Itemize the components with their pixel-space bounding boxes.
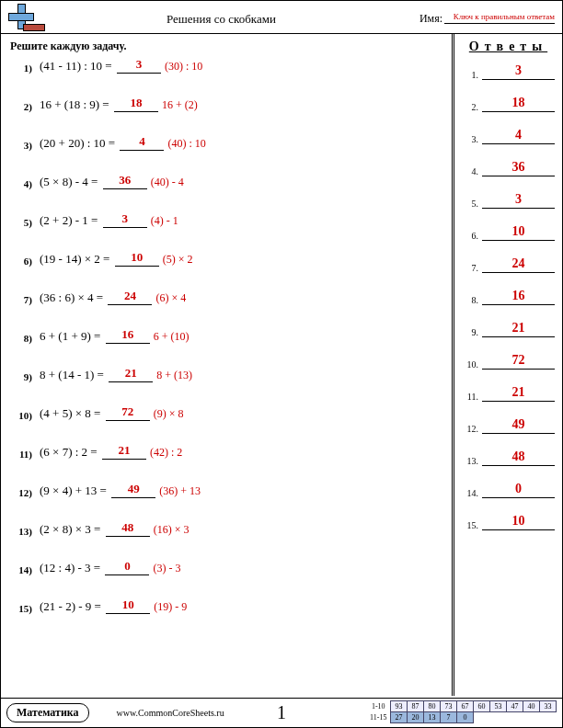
answer-number: 13. [462, 456, 478, 466]
step-hint: 16 + (2) [162, 98, 198, 112]
score-grid: 1-10 93 87 80 73 67 60 53 47 40 33 11-15… [367, 700, 557, 723]
problem-row: 8)6 + (1 + 9) = 16 6 + (10) [10, 327, 442, 344]
answer-blank: 48 [106, 520, 150, 537]
step-hint: (3) - 3 [153, 562, 180, 575]
answer-row: 2.18 [462, 96, 555, 112]
problem-row: 14)(12 : 4) - 3 = 0 (3) - 3 [10, 559, 442, 575]
footer: Математика www.CommonCoreSheets.ru 1 1-1… [1, 698, 562, 727]
answer-blank: 36 [103, 173, 147, 189]
answer-number: 14. [462, 488, 478, 498]
step-hint: 8 + (13) [156, 369, 192, 382]
answer-value: 72 [482, 353, 555, 370]
answer-blank: 3 [117, 57, 161, 74]
answer-row: 3.4 [462, 128, 555, 144]
step-hint: (5) × 2 [163, 253, 193, 267]
answer-row: 1.3 [462, 63, 555, 80]
problem-number: 12) [10, 487, 32, 498]
problem-number: 10) [10, 410, 32, 421]
answers-title: Ответы [462, 40, 555, 54]
problem-row: 13)(2 × 8) × 3 = 48 (16) × 3 [10, 520, 442, 537]
answer-number: 4. [462, 166, 478, 176]
answer-number: 15. [462, 520, 478, 530]
answer-number: 9. [462, 327, 478, 337]
answer-row: 7.24 [462, 256, 555, 273]
name-label: Имя: [419, 12, 442, 26]
answer-row: 4.36 [462, 160, 555, 176]
problem-number: 9) [10, 371, 32, 382]
problem-row: 12)(9 × 4) + 13 = 49 (36) + 13 [10, 482, 442, 498]
problem-expression: (21 - 2) - 9 = [40, 599, 104, 614]
step-hint: (36) + 13 [159, 484, 201, 498]
answer-number: 5. [462, 199, 478, 209]
answer-value: 18 [482, 96, 555, 112]
answer-blank: 49 [111, 482, 155, 498]
answer-value: 3 [482, 192, 555, 209]
answer-row: 8.16 [462, 289, 555, 305]
worksheet-title: Решения со скобками [167, 12, 276, 27]
page-number: 1 [277, 702, 286, 723]
answer-blank: 72 [106, 404, 150, 421]
answer-value: 24 [482, 256, 555, 273]
answer-number: 7. [462, 263, 478, 273]
step-hint: (40) : 10 [167, 137, 205, 151]
problem-row: 6)(19 - 14) × 2 = 10 (5) × 2 [10, 250, 442, 267]
answer-value: 21 [482, 321, 555, 337]
answer-key-note: Ключ к правильным ответам [454, 12, 555, 21]
step-hint: (42) : 2 [150, 446, 182, 460]
answer-number: 3. [462, 134, 478, 144]
answer-value: 4 [482, 128, 555, 144]
answer-value: 10 [482, 224, 555, 241]
problem-row: 5)(2 + 2) - 1 = 3 (4) - 1 [10, 211, 442, 228]
problem-row: 15)(21 - 2) - 9 = 10 (19) - 9 [10, 597, 442, 614]
problem-row: 7)(36 : 6) × 4 = 24 (6) × 4 [10, 289, 442, 305]
answer-blank: 21 [102, 443, 146, 460]
answer-number: 12. [462, 424, 478, 434]
answer-value: 3 [482, 63, 555, 80]
answer-value: 36 [482, 160, 555, 176]
score-row1-label: 1-10 [367, 701, 391, 712]
problem-number: 1) [10, 63, 32, 74]
answer-blank: 21 [109, 366, 153, 382]
answer-number: 8. [462, 295, 478, 305]
site-url: www.CommonCoreSheets.ru [117, 708, 224, 718]
answer-blank: 10 [115, 250, 159, 267]
problem-expression: 8 + (14 - 1) = [40, 368, 107, 382]
problem-expression: (36 : 6) × 4 = [40, 290, 106, 305]
problem-expression: (2 × 8) × 3 = [40, 522, 104, 537]
answer-row: 12.49 [462, 417, 555, 434]
instruction: Решите каждую задачу. [10, 40, 442, 53]
answer-row: 6.10 [462, 224, 555, 241]
answer-row: 14.0 [462, 482, 555, 498]
problem-expression: (6 × 7) : 2 = [40, 445, 100, 460]
problem-number: 3) [10, 140, 32, 151]
step-hint: (19) - 9 [154, 600, 187, 614]
answer-blank: 0 [105, 559, 149, 575]
answer-value: 16 [482, 289, 555, 305]
problem-expression: (12 : 4) - 3 = [40, 561, 103, 575]
problem-expression: (41 - 11) : 10 = [40, 59, 115, 74]
problem-number: 7) [10, 294, 32, 305]
answer-blank: 10 [106, 597, 150, 614]
header: Решения со скобками Имя: Ключ к правильн… [1, 1, 562, 34]
logo-plus-icon [8, 4, 36, 31]
step-hint: (40) - 4 [151, 176, 184, 189]
problem-expression: (2 + 2) - 1 = [40, 213, 101, 228]
problem-expression: (19 - 14) × 2 = [40, 252, 113, 267]
problem-row: 11)(6 × 7) : 2 = 21 (42) : 2 [10, 443, 442, 460]
answer-row: 11.21 [462, 385, 555, 402]
problem-number: 5) [10, 217, 32, 228]
answer-number: 2. [462, 102, 478, 112]
answer-value: 0 [482, 482, 555, 498]
answer-value: 49 [482, 417, 555, 434]
answer-blank: 4 [120, 134, 164, 151]
problem-number: 11) [10, 449, 32, 460]
answer-number: 1. [462, 70, 478, 80]
answer-blank: 24 [108, 289, 152, 305]
problems-column: Решите каждую задачу. 1)(41 - 11) : 10 =… [1, 34, 452, 696]
answer-row: 5.3 [462, 192, 555, 209]
answer-row: 15.10 [462, 514, 555, 530]
step-hint: (30) : 10 [165, 60, 202, 74]
problem-expression: (4 + 5) × 8 = [40, 406, 104, 421]
answer-number: 10. [462, 359, 478, 370]
problem-row: 9)8 + (14 - 1) = 21 8 + (13) [10, 366, 442, 382]
